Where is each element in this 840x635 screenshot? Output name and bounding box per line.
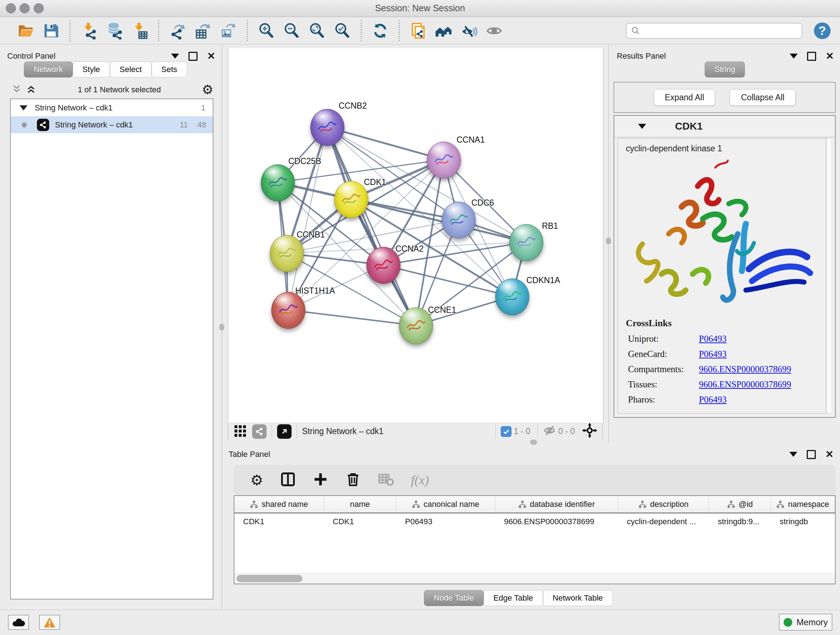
column-type-icon (776, 500, 784, 508)
search-field[interactable] (626, 23, 802, 39)
import-network-file-button[interactable] (79, 21, 99, 41)
cloud-status-button[interactable] (8, 615, 29, 630)
panel-float-icon[interactable] (807, 450, 816, 459)
expand-all-icon[interactable] (25, 83, 37, 96)
column-header-database-identifier[interactable]: database identifier (495, 496, 618, 513)
column-header-shared-name[interactable]: shared name (234, 496, 324, 513)
network-node-CDC6[interactable] (442, 202, 476, 239)
network-row-selected[interactable]: String Network – cdk1 11 48 (11, 116, 213, 133)
table-row[interactable]: CDK1CDK1P064939606.ENSP00000378699cyclin… (234, 513, 835, 530)
warning-status-button[interactable] (39, 615, 60, 630)
crosslink-link[interactable]: P06493 (699, 349, 726, 359)
search-icon (631, 26, 640, 35)
node-label: CDKN1A (526, 276, 560, 285)
panel-float-icon[interactable] (188, 52, 197, 61)
tab-string[interactable]: String (705, 62, 745, 78)
show-columns-icon[interactable] (280, 471, 296, 489)
table-cell[interactable]: P06493 (396, 513, 495, 530)
hidden-eye-slash-icon[interactable] (543, 424, 556, 439)
network-options-gear-icon[interactable]: ⚙ (202, 83, 213, 96)
network-node-CCNB1[interactable] (270, 235, 304, 272)
string-network-badge-icon[interactable] (252, 424, 267, 439)
results-scrollbar[interactable] (826, 138, 832, 413)
crosslink-link[interactable]: P06493 (699, 334, 726, 344)
panel-close-icon[interactable]: ✕ (825, 451, 834, 458)
export-image-button[interactable] (218, 21, 238, 41)
memory-button[interactable]: Memory (779, 614, 832, 631)
copy-network-button[interactable] (409, 21, 428, 41)
tab-network[interactable]: Network (24, 62, 73, 78)
table-cell[interactable]: cyclin-dependent ... (618, 513, 709, 530)
search-input[interactable] (640, 26, 794, 36)
add-column-icon[interactable] (313, 471, 328, 489)
save-session-button[interactable] (41, 21, 61, 41)
scrollbar-thumb[interactable] (237, 575, 302, 582)
import-network-database-button[interactable] (104, 21, 124, 41)
protein-section-header[interactable]: CDK1 (614, 116, 835, 138)
panel-menu-icon[interactable] (171, 54, 179, 59)
export-network-button[interactable] (168, 21, 187, 41)
selected-checkbox-icon[interactable] (501, 426, 512, 437)
column-header--id[interactable]: @id (709, 496, 771, 513)
toggle-graphics-details-button[interactable] (459, 21, 478, 41)
tab-network-table[interactable]: Network Table (543, 590, 613, 606)
panel-float-icon[interactable] (807, 52, 816, 61)
network-node-RB1[interactable] (509, 224, 543, 261)
network-node-HIST1H1A[interactable] (271, 292, 305, 329)
panel-menu-icon[interactable] (790, 54, 798, 59)
show-all-networks-button[interactable] (434, 21, 453, 41)
network-node-CCNA1[interactable] (427, 141, 461, 179)
grid-view-icon[interactable] (233, 424, 247, 440)
panel-close-icon[interactable]: ✕ (826, 52, 834, 60)
zoom-selected-button[interactable] (332, 21, 352, 41)
table-horizontal-scrollbar[interactable] (234, 573, 835, 584)
refresh-view-button[interactable] (370, 21, 390, 41)
tab-select[interactable]: Select (110, 62, 152, 78)
collapse-all-icon[interactable] (11, 83, 22, 96)
section-collapse-icon[interactable] (638, 124, 646, 129)
zoom-out-button[interactable] (282, 21, 302, 41)
column-header-canonical-name[interactable]: canonical name (396, 496, 495, 513)
export-table-icon (194, 22, 212, 40)
collapse-all-button[interactable]: Collapse All (729, 89, 796, 106)
tab-sets[interactable]: Sets (152, 62, 187, 78)
column-header-description[interactable]: description (618, 496, 709, 513)
zoom-fit-button[interactable] (307, 21, 327, 41)
show-hide-button[interactable] (485, 21, 504, 41)
network-collection-row[interactable]: String Network – cdk1 1 (11, 99, 213, 116)
table-cell[interactable]: 9606.ENSP00000378699 (495, 513, 618, 530)
open-in-window-icon[interactable] (277, 424, 292, 439)
panel-menu-icon[interactable] (789, 452, 797, 457)
panel-close-icon[interactable]: ✕ (207, 52, 215, 60)
network-canvas[interactable]: CCNB2CCNA1CDC25BCDK1CDC6RB1CCNB1CCNA2CDK… (228, 48, 603, 423)
left-splitter-handle[interactable] (219, 324, 224, 331)
open-session-button[interactable] (16, 21, 35, 41)
crosslink-link[interactable]: 9606.ENSP00000378699 (699, 379, 791, 390)
table-cell[interactable]: CDK1 (234, 513, 324, 530)
table-cell[interactable]: CDK1 (324, 513, 396, 530)
crosslink-link[interactable]: P06493 (699, 394, 726, 405)
network-node-CCNB2[interactable] (310, 109, 344, 146)
tab-edge-table[interactable]: Edge Table (484, 590, 543, 606)
network-node-CDKN1A[interactable] (495, 279, 529, 315)
expand-all-button[interactable]: Expand All (654, 89, 715, 106)
network-node-CDC25B[interactable] (261, 165, 295, 201)
network-node-CDK1[interactable] (334, 181, 368, 218)
help-button[interactable]: ? (814, 22, 831, 39)
delete-column-trash-icon[interactable] (345, 471, 361, 489)
column-header-namespace[interactable]: namespace (771, 496, 835, 513)
birdseye-crosshair-icon[interactable] (582, 423, 597, 440)
crosslink-link[interactable]: 9606.ENSP00000378699 (699, 364, 791, 374)
tab-node-table[interactable]: Node Table (424, 590, 484, 606)
table-cell[interactable]: stringdb (771, 513, 835, 530)
column-header-name[interactable]: name (324, 496, 396, 513)
horizontal-splitter-handle[interactable] (531, 440, 537, 445)
table-options-gear-icon[interactable]: ⚙ (250, 473, 264, 486)
table-cell[interactable]: stringdb:9... (709, 513, 771, 530)
import-table-file-button[interactable] (130, 21, 149, 41)
tab-style[interactable]: Style (73, 62, 110, 78)
zoom-in-button[interactable] (256, 21, 276, 41)
right-splitter-handle[interactable] (606, 238, 611, 244)
tree-expand-icon[interactable] (19, 105, 27, 111)
export-table-button[interactable] (193, 21, 213, 41)
